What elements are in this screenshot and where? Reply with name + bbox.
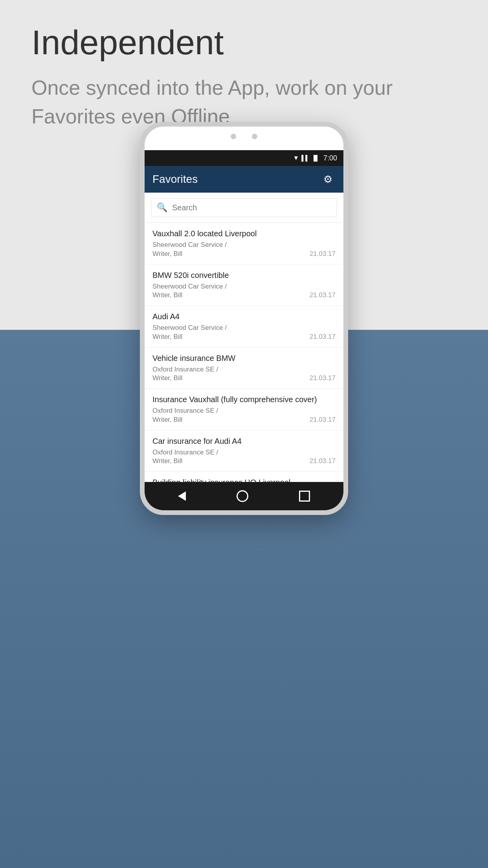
settings-button[interactable]: ⚙ xyxy=(320,170,336,189)
signal-icon: ▌▌ xyxy=(301,155,309,161)
navigation-bar xyxy=(145,482,343,510)
list-item[interactable]: Insurance Vauxhall (fully comprehensive … xyxy=(145,389,343,430)
item-date: 21.03.17 xyxy=(310,291,336,299)
recents-button[interactable] xyxy=(291,487,318,506)
item-row: Writer, Bill 21.03.17 xyxy=(152,457,336,465)
item-title: Vauxhall 2.0 located Liverpool xyxy=(152,229,336,238)
time-display: 7:00 xyxy=(323,154,337,162)
item-writer: Writer, Bill xyxy=(152,250,182,258)
home-icon xyxy=(237,490,248,502)
item-row: Writer, Bill 21.03.17 xyxy=(152,250,336,258)
item-company: Sheerwood Car Service / xyxy=(152,323,336,333)
top-section: Independent Once synced into the App, wo… xyxy=(31,24,457,131)
item-company: Sheerwood Car Service / xyxy=(152,240,336,250)
item-title: BMW 520i convertible xyxy=(152,271,336,280)
search-input[interactable] xyxy=(172,203,331,212)
list-item[interactable]: Car insurance for Audi A4 Oxford Insuran… xyxy=(145,430,343,472)
item-row: Writer, Bill 21.03.17 xyxy=(152,291,336,299)
item-writer: Writer, Bill xyxy=(152,374,182,382)
item-writer: Writer, Bill xyxy=(152,416,182,424)
phone-body: ▼ ▌▌ ▐▌ 7:00 Favorites ⚙ 🔍 xyxy=(140,122,348,515)
home-button[interactable] xyxy=(229,486,256,506)
item-row: Writer, Bill 21.03.17 xyxy=(152,374,336,382)
app-bar-title: Favorites xyxy=(152,173,198,186)
item-writer: Writer, Bill xyxy=(152,333,182,341)
item-writer: Writer, Bill xyxy=(152,291,182,299)
item-date: 21.03.17 xyxy=(310,333,336,341)
list-item[interactable]: Vauxhall 2.0 located Liverpool Sheerwood… xyxy=(145,223,343,265)
status-icons: ▼ ▌▌ ▐▌ 7:00 xyxy=(293,154,337,162)
item-writer: Writer, Bill xyxy=(152,457,182,465)
battery-icon: ▐▌ xyxy=(312,155,319,161)
wifi-icon: ▼ xyxy=(293,154,299,162)
phone-dot-left xyxy=(231,134,236,139)
screen-content: Favorites ⚙ 🔍 Vauxhall 2.0 located Liver… xyxy=(145,166,343,510)
phone-screen: ▼ ▌▌ ▐▌ 7:00 Favorites ⚙ 🔍 xyxy=(145,150,343,510)
phone-mockup: ▼ ▌▌ ▐▌ 7:00 Favorites ⚙ 🔍 xyxy=(140,122,348,515)
item-company: Sheerwood Car Service / xyxy=(152,281,336,292)
phone-dot-right xyxy=(252,134,257,139)
item-title: Audi A4 xyxy=(152,312,336,321)
list-item[interactable]: Vehicle insurance BMW Oxford Insurance S… xyxy=(145,348,343,389)
status-bar: ▼ ▌▌ ▐▌ 7:00 xyxy=(145,150,343,166)
item-company: Oxford Insurance SE / xyxy=(152,364,336,375)
item-company: Oxford Insurance SE / xyxy=(152,406,336,416)
item-date: 21.03.17 xyxy=(310,416,336,424)
back-button[interactable] xyxy=(170,487,194,505)
back-icon xyxy=(178,491,186,501)
list-container: Vauxhall 2.0 located Liverpool Sheerwood… xyxy=(145,223,343,510)
item-date: 21.03.17 xyxy=(310,250,336,258)
page-title: Independent xyxy=(31,24,457,62)
phone-top-decoration xyxy=(145,134,343,139)
list-item[interactable]: BMW 520i convertible Sheerwood Car Servi… xyxy=(145,265,343,306)
item-title: Insurance Vauxhall (fully comprehensive … xyxy=(152,395,336,404)
item-title: Vehicle insurance BMW xyxy=(152,354,336,363)
app-bar: Favorites ⚙ xyxy=(145,166,343,193)
favorites-list: Vauxhall 2.0 located Liverpool Sheerwood… xyxy=(145,223,343,495)
item-row: Writer, Bill 21.03.17 xyxy=(152,333,336,341)
search-icon: 🔍 xyxy=(157,202,167,213)
search-input-wrapper[interactable]: 🔍 xyxy=(151,198,337,217)
item-row: Writer, Bill 21.03.17 xyxy=(152,416,336,424)
recents-icon xyxy=(299,491,310,502)
item-date: 21.03.17 xyxy=(310,457,336,465)
list-item[interactable]: Audi A4 Sheerwood Car Service / Writer, … xyxy=(145,306,343,348)
item-date: 21.03.17 xyxy=(310,374,336,382)
search-container: 🔍 xyxy=(145,193,343,223)
item-title: Car insurance for Audi A4 xyxy=(152,437,336,446)
item-company: Oxford Insurance SE / xyxy=(152,447,336,458)
